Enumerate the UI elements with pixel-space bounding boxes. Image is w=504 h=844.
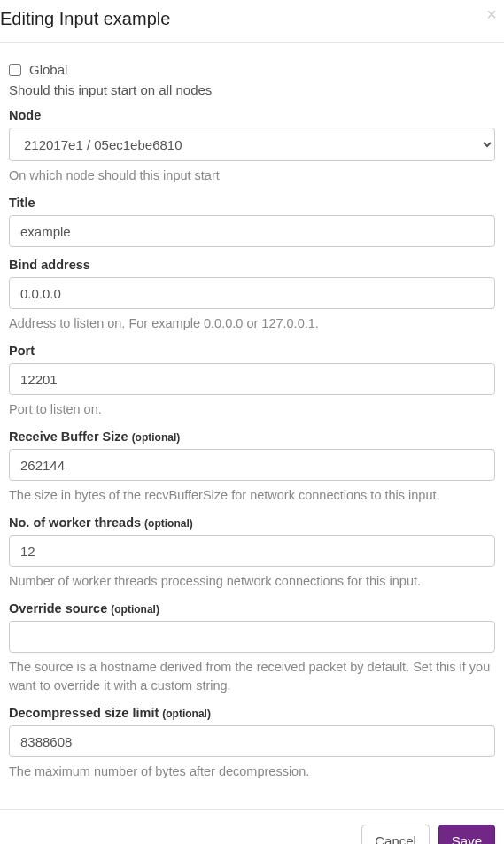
dialog-body: Global Should this input start on all no… — [0, 43, 504, 809]
override-source-label: Override source (optional) — [9, 601, 495, 616]
global-help: Should this input start on all nodes — [9, 82, 495, 97]
title-input[interactable] — [9, 215, 495, 247]
override-source-input[interactable] — [9, 621, 495, 653]
override-source-optional: (optional) — [111, 603, 159, 616]
recv-buffer-field: Receive Buffer Size (optional) The size … — [9, 430, 495, 505]
dialog-header: Editing Input example × — [0, 0, 504, 43]
cancel-button[interactable]: Cancel — [361, 825, 430, 844]
worker-threads-label-text: No. of worker threads — [9, 515, 141, 530]
node-field: Node 212017e1 / 05ec1ebe6810 On which no… — [9, 108, 495, 185]
worker-threads-help: Number of worker threads processing netw… — [9, 572, 495, 591]
decompressed-size-optional: (optional) — [162, 708, 211, 720]
override-source-field: Override source (optional) The source is… — [9, 601, 495, 695]
global-row: Global — [9, 62, 495, 77]
port-input[interactable] — [9, 363, 495, 395]
node-help: On which node should this input start — [9, 166, 495, 185]
recv-buffer-label: Receive Buffer Size (optional) — [9, 430, 495, 444]
dialog-footer: Cancel Save — [0, 810, 504, 844]
global-label[interactable]: Global — [29, 62, 67, 77]
port-label: Port — [9, 344, 495, 358]
title-label: Title — [9, 196, 495, 210]
save-button[interactable]: Save — [438, 825, 495, 844]
override-source-label-text: Override source — [9, 601, 107, 616]
node-select[interactable]: 212017e1 / 05ec1ebe6810 — [9, 128, 495, 161]
node-label: Node — [9, 108, 495, 122]
port-help: Port to listen on. — [9, 400, 495, 419]
override-source-help: The source is a hostname derived from th… — [9, 658, 495, 695]
decompressed-size-label: Decompressed size limit (optional) — [9, 706, 495, 720]
port-field: Port Port to listen on. — [9, 344, 495, 419]
worker-threads-field: No. of worker threads (optional) Number … — [9, 515, 495, 591]
recv-buffer-optional: (optional) — [132, 431, 181, 444]
bind-address-field: Bind address Address to listen on. For e… — [9, 258, 495, 333]
recv-buffer-label-text: Receive Buffer Size — [9, 430, 128, 444]
global-checkbox[interactable] — [9, 64, 21, 76]
recv-buffer-input[interactable] — [9, 449, 495, 481]
title-field: Title — [9, 196, 495, 247]
worker-threads-optional: (optional) — [144, 517, 193, 530]
close-icon[interactable]: × — [486, 5, 497, 23]
decompressed-size-input[interactable] — [9, 725, 495, 757]
worker-threads-label: No. of worker threads (optional) — [9, 515, 495, 530]
worker-threads-input[interactable] — [9, 535, 495, 567]
decompressed-size-help: The maximum number of bytes after decomp… — [9, 763, 495, 781]
bind-address-label: Bind address — [9, 258, 495, 272]
recv-buffer-help: The size in bytes of the recvBufferSize … — [9, 486, 495, 505]
bind-address-help: Address to listen on. For example 0.0.0.… — [9, 314, 495, 333]
dialog-title: Editing Input example — [0, 9, 491, 29]
decompressed-size-field: Decompressed size limit (optional) The m… — [9, 706, 495, 781]
bind-address-input[interactable] — [9, 277, 495, 309]
decompressed-size-label-text: Decompressed size limit — [9, 706, 159, 720]
